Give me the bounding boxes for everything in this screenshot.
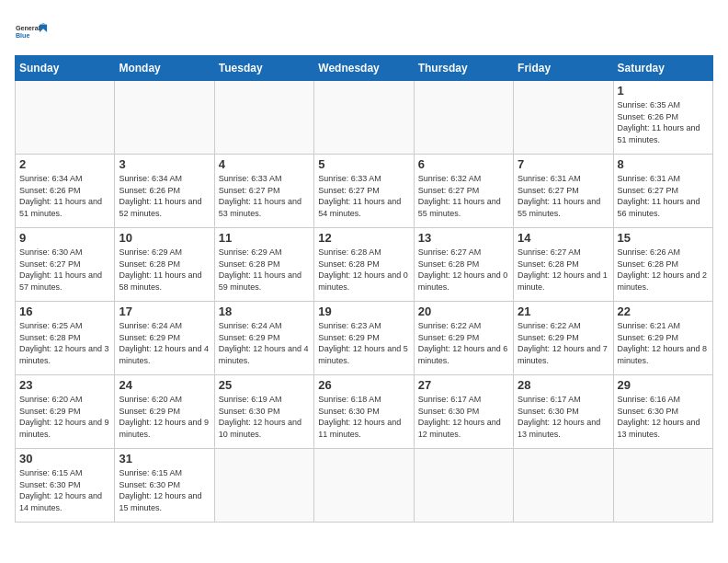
day-number: 18 [219, 304, 310, 318]
calendar-cell: 16Sunrise: 6:25 AM Sunset: 6:28 PM Dayli… [16, 302, 115, 375]
day-info: Sunrise: 6:32 AM Sunset: 6:27 PM Dayligh… [418, 173, 509, 219]
day-info: Sunrise: 6:31 AM Sunset: 6:27 PM Dayligh… [518, 173, 609, 219]
svg-text:Blue: Blue [16, 31, 30, 40]
day-info: Sunrise: 6:27 AM Sunset: 6:28 PM Dayligh… [518, 247, 609, 293]
day-info: Sunrise: 6:17 AM Sunset: 6:30 PM Dayligh… [418, 394, 509, 440]
day-number: 15 [618, 231, 709, 245]
logo-icon: GeneralBlue [15, 15, 48, 48]
calendar-cell [514, 449, 613, 523]
calendar-cell: 29Sunrise: 6:16 AM Sunset: 6:30 PM Dayli… [613, 375, 712, 449]
calendar-cell: 15Sunrise: 6:26 AM Sunset: 6:28 PM Dayli… [613, 228, 712, 302]
day-number: 1 [618, 84, 709, 98]
day-info: Sunrise: 6:20 AM Sunset: 6:29 PM Dayligh… [19, 394, 110, 440]
calendar-cell: 27Sunrise: 6:17 AM Sunset: 6:30 PM Dayli… [414, 375, 513, 449]
day-number: 5 [318, 157, 409, 171]
calendar-cell: 7Sunrise: 6:31 AM Sunset: 6:27 PM Daylig… [514, 155, 613, 228]
day-number: 17 [119, 304, 210, 318]
week-row-4: 23Sunrise: 6:20 AM Sunset: 6:29 PM Dayli… [16, 375, 713, 449]
calendar-cell: 24Sunrise: 6:20 AM Sunset: 6:29 PM Dayli… [115, 375, 214, 449]
calendar-cell: 8Sunrise: 6:31 AM Sunset: 6:27 PM Daylig… [613, 155, 712, 228]
calendar-cell [414, 81, 513, 155]
calendar-cell: 4Sunrise: 6:33 AM Sunset: 6:27 PM Daylig… [214, 155, 313, 228]
calendar-cell: 6Sunrise: 6:32 AM Sunset: 6:27 PM Daylig… [414, 155, 513, 228]
day-number: 16 [19, 304, 110, 318]
calendar-cell [414, 449, 513, 523]
week-row-3: 16Sunrise: 6:25 AM Sunset: 6:28 PM Dayli… [16, 302, 713, 375]
calendar-cell [514, 81, 613, 155]
day-info: Sunrise: 6:24 AM Sunset: 6:29 PM Dayligh… [119, 320, 210, 366]
day-info: Sunrise: 6:15 AM Sunset: 6:30 PM Dayligh… [119, 467, 210, 513]
day-info: Sunrise: 6:30 AM Sunset: 6:27 PM Dayligh… [19, 247, 110, 293]
calendar-cell: 26Sunrise: 6:18 AM Sunset: 6:30 PM Dayli… [314, 375, 414, 449]
col-header-saturday: Saturday [613, 56, 712, 81]
calendar-cell: 23Sunrise: 6:20 AM Sunset: 6:29 PM Dayli… [16, 375, 115, 449]
col-header-friday: Friday [514, 56, 613, 81]
day-number: 27 [418, 378, 509, 392]
day-number: 7 [518, 157, 609, 171]
day-info: Sunrise: 6:23 AM Sunset: 6:29 PM Dayligh… [318, 320, 409, 366]
day-number: 29 [618, 378, 709, 392]
calendar-cell: 11Sunrise: 6:29 AM Sunset: 6:28 PM Dayli… [214, 228, 313, 302]
day-number: 14 [518, 231, 609, 245]
calendar-cell [16, 81, 115, 155]
day-number: 2 [19, 157, 110, 171]
day-info: Sunrise: 6:31 AM Sunset: 6:27 PM Dayligh… [618, 173, 709, 219]
calendar-cell: 21Sunrise: 6:22 AM Sunset: 6:29 PM Dayli… [514, 302, 613, 375]
calendar-cell: 18Sunrise: 6:24 AM Sunset: 6:29 PM Dayli… [214, 302, 313, 375]
week-row-0: 1Sunrise: 6:35 AM Sunset: 6:26 PM Daylig… [16, 81, 713, 155]
calendar-cell: 1Sunrise: 6:35 AM Sunset: 6:26 PM Daylig… [613, 81, 712, 155]
day-info: Sunrise: 6:22 AM Sunset: 6:29 PM Dayligh… [418, 320, 509, 366]
week-row-1: 2Sunrise: 6:34 AM Sunset: 6:26 PM Daylig… [16, 155, 713, 228]
day-number: 28 [518, 378, 609, 392]
calendar-cell: 9Sunrise: 6:30 AM Sunset: 6:27 PM Daylig… [16, 228, 115, 302]
day-info: Sunrise: 6:33 AM Sunset: 6:27 PM Dayligh… [318, 173, 409, 219]
svg-marker-3 [40, 23, 47, 25]
day-info: Sunrise: 6:34 AM Sunset: 6:26 PM Dayligh… [19, 173, 110, 219]
day-info: Sunrise: 6:24 AM Sunset: 6:29 PM Dayligh… [219, 320, 310, 366]
day-info: Sunrise: 6:22 AM Sunset: 6:29 PM Dayligh… [518, 320, 609, 366]
day-number: 25 [219, 378, 310, 392]
day-info: Sunrise: 6:29 AM Sunset: 6:28 PM Dayligh… [119, 247, 210, 293]
day-number: 12 [318, 231, 409, 245]
calendar-cell [314, 81, 414, 155]
day-info: Sunrise: 6:34 AM Sunset: 6:26 PM Dayligh… [119, 173, 210, 219]
calendar-cell: 22Sunrise: 6:21 AM Sunset: 6:29 PM Dayli… [613, 302, 712, 375]
day-info: Sunrise: 6:16 AM Sunset: 6:30 PM Dayligh… [618, 394, 709, 440]
svg-text:General: General [16, 24, 40, 32]
day-info: Sunrise: 6:17 AM Sunset: 6:30 PM Dayligh… [518, 394, 609, 440]
header: GeneralBlue [15, 15, 713, 48]
calendar-cell [613, 449, 712, 523]
day-number: 31 [119, 452, 210, 465]
day-info: Sunrise: 6:18 AM Sunset: 6:30 PM Dayligh… [318, 394, 409, 440]
day-number: 20 [418, 304, 509, 318]
day-info: Sunrise: 6:35 AM Sunset: 6:26 PM Dayligh… [618, 99, 709, 145]
col-header-thursday: Thursday [414, 56, 513, 81]
day-info: Sunrise: 6:26 AM Sunset: 6:28 PM Dayligh… [618, 247, 709, 293]
day-number: 9 [19, 231, 110, 245]
day-number: 30 [19, 452, 110, 465]
day-number: 26 [318, 378, 409, 392]
day-number: 23 [19, 378, 110, 392]
col-header-sunday: Sunday [16, 56, 115, 81]
day-number: 21 [518, 304, 609, 318]
day-info: Sunrise: 6:27 AM Sunset: 6:28 PM Dayligh… [418, 247, 509, 293]
calendar-cell: 20Sunrise: 6:22 AM Sunset: 6:29 PM Dayli… [414, 302, 513, 375]
calendar-cell: 5Sunrise: 6:33 AM Sunset: 6:27 PM Daylig… [314, 155, 414, 228]
calendar-cell: 25Sunrise: 6:19 AM Sunset: 6:30 PM Dayli… [214, 375, 313, 449]
calendar-cell [214, 81, 313, 155]
col-header-tuesday: Tuesday [214, 56, 313, 81]
day-number: 4 [219, 157, 310, 171]
day-number: 24 [119, 378, 210, 392]
week-row-2: 9Sunrise: 6:30 AM Sunset: 6:27 PM Daylig… [16, 228, 713, 302]
day-number: 11 [219, 231, 310, 245]
calendar-cell: 31Sunrise: 6:15 AM Sunset: 6:30 PM Dayli… [115, 449, 214, 523]
day-info: Sunrise: 6:19 AM Sunset: 6:30 PM Dayligh… [219, 394, 310, 440]
day-info: Sunrise: 6:25 AM Sunset: 6:28 PM Dayligh… [19, 320, 110, 366]
col-header-wednesday: Wednesday [314, 56, 414, 81]
calendar-cell: 14Sunrise: 6:27 AM Sunset: 6:28 PM Dayli… [514, 228, 613, 302]
calendar-cell: 28Sunrise: 6:17 AM Sunset: 6:30 PM Dayli… [514, 375, 613, 449]
calendar-cell: 2Sunrise: 6:34 AM Sunset: 6:26 PM Daylig… [16, 155, 115, 228]
calendar-cell: 30Sunrise: 6:15 AM Sunset: 6:30 PM Dayli… [16, 449, 115, 523]
week-row-5: 30Sunrise: 6:15 AM Sunset: 6:30 PM Dayli… [16, 449, 713, 523]
day-info: Sunrise: 6:21 AM Sunset: 6:29 PM Dayligh… [618, 320, 709, 366]
